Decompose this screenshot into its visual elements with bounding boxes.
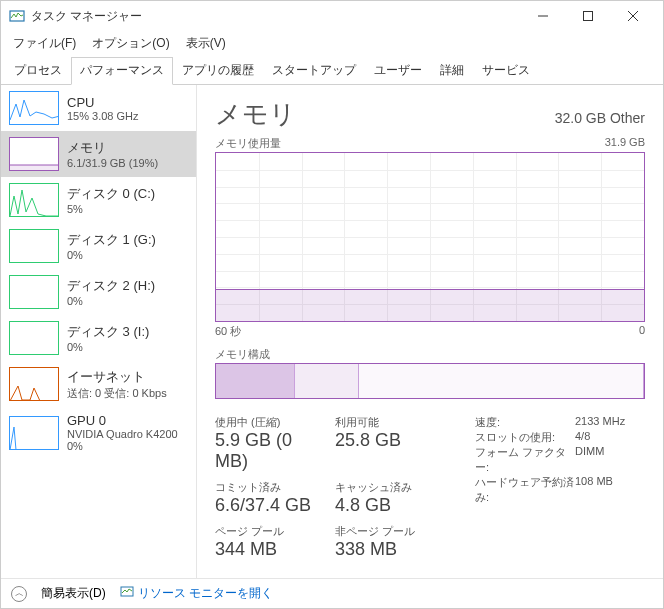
sidebar-item-2[interactable]: ディスク 0 (C:)5% [1,177,196,223]
page-title: メモリ [215,97,296,132]
sidebar-item-sub: 0% [67,341,149,353]
sidebar-item-sub: 送信: 0 受信: 0 Kbps [67,386,167,401]
menubar: ファイル(F) オプション(O) 表示(V) [1,31,663,56]
hw-k: ハードウェア予約済み: [475,475,575,505]
sidebar-item-name: イーサネット [67,368,167,386]
sidebar-item-name: GPU 0 [67,413,178,428]
memory-capacity: 32.0 GB Other [555,110,645,126]
sidebar-item-1[interactable]: メモリ6.1/31.9 GB (19%) [1,131,196,177]
sidebar-item-sub: 6.1/31.9 GB (19%) [67,157,158,169]
stats: 使用中 (圧縮)5.9 GB (0 MB) 利用可能25.8 GB コミット済み… [215,415,645,566]
sidebar-item-name: ディスク 0 (C:) [67,185,155,203]
form-v: DIMM [575,445,604,475]
tab-2[interactable]: アプリの履歴 [173,57,263,85]
sidebar-item-3[interactable]: ディスク 1 (G:)0% [1,223,196,269]
open-resmon-link[interactable]: リソース モニターを開く [120,585,273,602]
app-icon [9,8,25,24]
nonpaged-value: 338 MB [335,539,445,560]
cached-value: 4.8 GB [335,495,445,516]
sidebar-thumb-icon [9,367,59,401]
sidebar-item-7[interactable]: GPU 0NVIDIA Quadro K42000% [1,407,196,458]
menu-view[interactable]: 表示(V) [180,33,232,54]
cached-label: キャッシュ済み [335,480,445,495]
minimize-button[interactable] [520,2,565,30]
tab-6[interactable]: サービス [473,57,539,85]
commit-label: コミット済み [215,480,325,495]
tab-3[interactable]: スタートアップ [263,57,365,85]
composition-segment [216,364,295,398]
sidebar-item-name: ディスク 2 (H:) [67,277,155,295]
tab-0[interactable]: プロセス [5,57,71,85]
window-controls [520,2,655,30]
statusbar: ︿ 簡易表示(D) リソース モニターを開く [1,578,663,608]
sidebar-item-name: ディスク 1 (G:) [67,231,156,249]
close-button[interactable] [610,2,655,30]
svg-rect-5 [10,165,59,171]
avail-value: 25.8 GB [335,430,445,451]
memory-usage-chart[interactable] [215,152,645,322]
sidebar-thumb-icon [9,91,59,125]
commit-value: 6.6/37.4 GB [215,495,325,516]
sidebar-item-name: CPU [67,95,139,110]
sidebar-item-sub: 15% 3.08 GHz [67,110,139,122]
sidebar-thumb-icon [9,137,59,171]
axis-right: 0 [639,324,645,339]
slots-k: スロットの使用: [475,430,575,445]
sidebar-item-4[interactable]: ディスク 2 (H:)0% [1,269,196,315]
svg-rect-2 [583,12,592,21]
main-panel: メモリ 32.0 GB Other メモリ使用量 31.9 GB 60 秒 0 … [197,85,663,578]
sidebar: CPU15% 3.08 GHzメモリ6.1/31.9 GB (19%)ディスク … [1,85,197,578]
sidebar-item-sub: 0% [67,249,156,261]
content: CPU15% 3.08 GHzメモリ6.1/31.9 GB (19%)ディスク … [1,85,663,578]
menu-file[interactable]: ファイル(F) [7,33,82,54]
sidebar-item-name: メモリ [67,139,158,157]
tab-1[interactable]: パフォーマンス [71,57,173,85]
sidebar-item-name: ディスク 3 (I:) [67,323,149,341]
usage-chart-label: メモリ使用量 [215,136,281,151]
nonpaged-label: 非ページ プール [335,524,445,539]
axis-left: 60 秒 [215,324,241,339]
specs: 速度:2133 MHz スロットの使用:4/8 フォーム ファクター:DIMM … [475,415,625,566]
in-use-label: 使用中 (圧縮) [215,415,325,430]
tab-4[interactable]: ユーザー [365,57,431,85]
resmon-icon [120,585,134,602]
sidebar-item-sub: 5% [67,203,155,215]
window-title: タスク マネージャー [31,8,520,25]
form-k: フォーム ファクター: [475,445,575,475]
tab-5[interactable]: 詳細 [431,57,473,85]
sidebar-item-0[interactable]: CPU15% 3.08 GHz [1,85,196,131]
sidebar-item-sub: NVIDIA Quadro K42000% [67,428,178,452]
sidebar-item-5[interactable]: ディスク 3 (I:)0% [1,315,196,361]
sidebar-thumb-icon [9,275,59,309]
composition-segment [295,364,359,398]
tabs: プロセスパフォーマンスアプリの履歴スタートアップユーザー詳細サービス [1,56,663,85]
chevron-up-icon[interactable]: ︿ [11,586,27,602]
speed-k: 速度: [475,415,575,430]
hw-v: 108 MB [575,475,613,505]
sidebar-item-6[interactable]: イーサネット送信: 0 受信: 0 Kbps [1,361,196,407]
sidebar-thumb-icon [9,416,59,450]
sidebar-thumb-icon [9,229,59,263]
avail-label: 利用可能 [335,415,445,430]
slots-v: 4/8 [575,430,590,445]
paged-value: 344 MB [215,539,325,560]
paged-label: ページ プール [215,524,325,539]
fewer-details-button[interactable]: 簡易表示(D) [41,585,106,602]
sidebar-thumb-icon [9,183,59,217]
usage-chart-max: 31.9 GB [605,136,645,151]
speed-v: 2133 MHz [575,415,625,430]
sidebar-thumb-icon [9,321,59,355]
composition-label: メモリ構成 [215,347,645,362]
titlebar: タスク マネージャー [1,1,663,31]
composition-segment [359,364,644,398]
memory-composition-chart[interactable] [215,363,645,399]
maximize-button[interactable] [565,2,610,30]
in-use-value: 5.9 GB (0 MB) [215,430,325,472]
menu-options[interactable]: オプション(O) [86,33,175,54]
sidebar-item-sub: 0% [67,295,155,307]
